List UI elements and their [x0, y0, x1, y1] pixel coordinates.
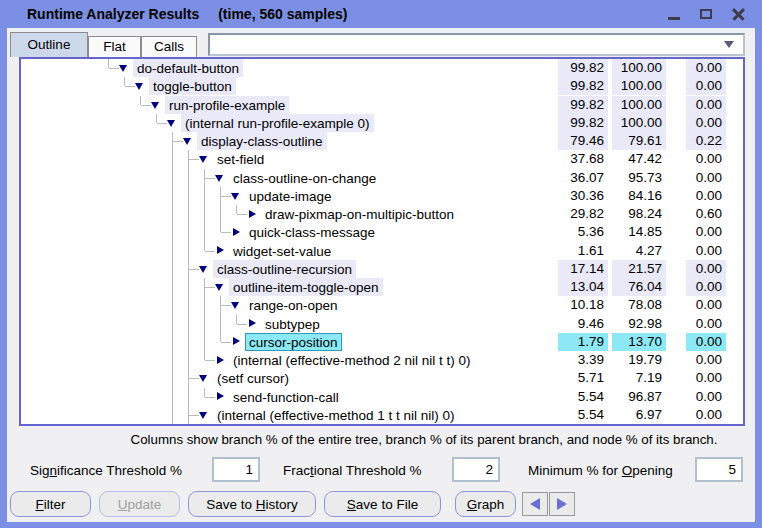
- tree-node-label[interactable]: cursor-position: [245, 333, 342, 351]
- significance-threshold-input[interactable]: [212, 457, 260, 482]
- expanded-triangle-icon[interactable]: [135, 83, 143, 90]
- tree-node-label[interactable]: (internal (effective-method 2 nil nil t …: [229, 351, 475, 369]
- tree-guide-line: [237, 324, 247, 325]
- tree-node-label[interactable]: outline-item-toggle-open: [229, 278, 383, 296]
- tree-guide-line: [172, 296, 173, 314]
- tree-guide-line: [205, 287, 215, 288]
- branch-pct-of-parent: 92.98: [612, 315, 666, 333]
- collapsed-triangle-icon[interactable]: [217, 392, 224, 400]
- tree-node-label[interactable]: update-image: [245, 187, 336, 205]
- expanded-triangle-icon[interactable]: [183, 138, 191, 145]
- tree-row: (internal (effective-method 2 nil nil t …: [21, 351, 743, 369]
- node-pct-of-branch: 0.00: [686, 260, 726, 278]
- collapsed-triangle-icon[interactable]: [217, 246, 224, 254]
- tree-row: update-image30.3684.160.00: [21, 187, 743, 205]
- filter-button[interactable]: Filter: [10, 491, 91, 517]
- tree-node-label[interactable]: quick-class-message: [245, 223, 379, 241]
- branch-pct-of-tree: 5.71: [558, 369, 608, 387]
- expanded-triangle-icon[interactable]: [167, 120, 175, 127]
- tree-node-label[interactable]: set-field: [213, 150, 268, 168]
- tree-guide-line: [204, 187, 205, 205]
- tree-node-label[interactable]: (setf cursor): [213, 369, 293, 387]
- branch-pct-of-tree: 36.07: [558, 169, 608, 187]
- tab-flat[interactable]: Flat: [88, 36, 141, 57]
- tree-node-label[interactable]: send-function-call: [229, 388, 343, 406]
- expanded-triangle-icon[interactable]: [215, 284, 223, 291]
- expanded-triangle-icon[interactable]: [231, 193, 239, 200]
- tree-node-label[interactable]: run-profile-example: [165, 96, 289, 114]
- tree-node-label[interactable]: subtypep: [261, 315, 324, 333]
- tree-guide-line: [204, 315, 205, 333]
- tree-node-label[interactable]: draw-pixmap-on-multipic-button: [261, 205, 458, 223]
- tree-guide-line: [188, 315, 189, 333]
- window-title: Runtime Analyzer Results: [27, 6, 199, 22]
- maximize-button[interactable]: [699, 7, 714, 22]
- branch-pct-of-tree: 99.82: [558, 59, 608, 77]
- history-next-button[interactable]: [549, 492, 575, 516]
- fractional-threshold-input[interactable]: [452, 457, 500, 482]
- chevron-down-icon[interactable]: [724, 41, 734, 48]
- tree-node-label[interactable]: range-on-open: [245, 296, 342, 314]
- tree-row: widget-set-value1.614.270.00: [21, 242, 743, 260]
- significance-threshold-label: Significance Threshold %: [30, 462, 182, 480]
- tree-node-label[interactable]: class-outline-recursion: [213, 260, 356, 278]
- tree-node-label[interactable]: class-outline-on-change: [229, 169, 380, 187]
- tree-node-label[interactable]: (internal (effective-method 1 t t nil ni…: [213, 406, 459, 424]
- branch-pct-of-parent: 78.08: [612, 296, 666, 314]
- function-search-combobox[interactable]: [208, 33, 745, 56]
- collapsed-triangle-icon[interactable]: [217, 356, 224, 364]
- minimize-button[interactable]: [667, 7, 682, 22]
- expanded-triangle-icon[interactable]: [215, 175, 223, 182]
- tree-node-label[interactable]: toggle-button: [149, 77, 236, 95]
- tree-guide-line: [189, 159, 199, 160]
- tree-guide-line: [188, 169, 189, 187]
- expanded-triangle-icon[interactable]: [231, 302, 239, 309]
- node-pct-of-branch: 0.00: [686, 351, 726, 369]
- tree-row: display-class-outline79.4679.610.22: [21, 132, 743, 150]
- tree-guide-line: [220, 333, 221, 342]
- tab-calls[interactable]: Calls: [141, 36, 197, 57]
- branch-pct-of-tree: 37.68: [558, 150, 608, 168]
- update-button[interactable]: Update: [99, 491, 180, 517]
- collapsed-triangle-icon[interactable]: [249, 319, 256, 327]
- tree-row: class-outline-recursion17.1421.570.00: [21, 260, 743, 278]
- tree-guide-line: [156, 114, 157, 123]
- titlebar[interactable]: Runtime Analyzer Results (time, 560 samp…: [0, 0, 762, 28]
- expanded-triangle-icon[interactable]: [199, 412, 207, 419]
- branch-pct-of-tree: 17.14: [558, 260, 608, 278]
- minimum-opening-input[interactable]: [695, 457, 743, 482]
- expanded-triangle-icon[interactable]: [119, 65, 127, 72]
- tree-node-label[interactable]: display-class-outline: [197, 132, 327, 150]
- tree-row: toggle-button99.82100.000.00: [21, 77, 743, 95]
- minimum-opening-label: Minimum % for Opening: [528, 462, 673, 480]
- expanded-triangle-icon[interactable]: [151, 102, 159, 109]
- tree-node-label[interactable]: widget-set-value: [229, 242, 335, 260]
- save-to-history-button[interactable]: Save to History: [188, 491, 316, 517]
- tree-guide-line: [109, 68, 119, 69]
- expanded-triangle-icon[interactable]: [199, 266, 207, 273]
- history-prev-button[interactable]: [522, 492, 548, 516]
- tree-guide-line: [204, 333, 205, 351]
- tree-guide-line: [172, 333, 173, 351]
- collapsed-triangle-icon[interactable]: [233, 337, 240, 345]
- close-button[interactable]: [731, 7, 746, 22]
- graph-button[interactable]: Graph: [455, 491, 516, 517]
- save-to-file-button[interactable]: Save to File: [324, 491, 441, 517]
- branch-pct-of-tree: 1.79: [558, 333, 608, 351]
- tree-row: (internal run-profile-example 0)99.82100…: [21, 114, 743, 132]
- branch-pct-of-parent: 4.27: [612, 242, 666, 260]
- expanded-triangle-icon[interactable]: [199, 375, 207, 382]
- tree-guide-line: [172, 223, 173, 241]
- tree-node-label[interactable]: (internal run-profile-example 0): [181, 114, 374, 132]
- expanded-triangle-icon[interactable]: [199, 156, 207, 163]
- collapsed-triangle-icon[interactable]: [249, 210, 256, 218]
- branch-pct-of-parent: 13.70: [612, 333, 666, 351]
- branch-pct-of-tree: 99.82: [558, 96, 608, 114]
- collapsed-triangle-icon[interactable]: [233, 228, 240, 236]
- tab-outline[interactable]: Outline: [10, 32, 88, 57]
- columns-explanation: Columns show branch % of the entire tree…: [95, 432, 753, 449]
- minimize-icon: [668, 17, 680, 20]
- tree-node-label[interactable]: do-default-button: [133, 59, 243, 77]
- node-pct-of-branch: 0.00: [686, 223, 726, 241]
- tree-guide-line: [220, 223, 221, 232]
